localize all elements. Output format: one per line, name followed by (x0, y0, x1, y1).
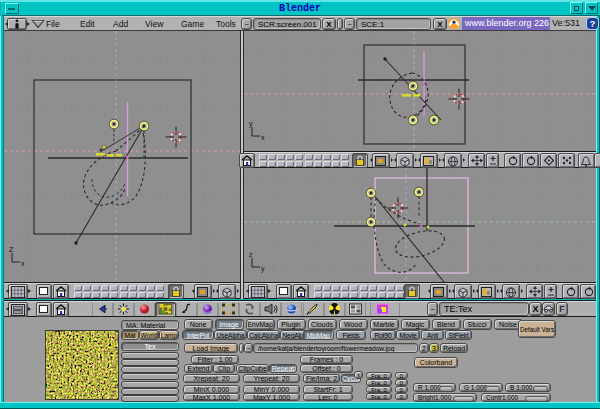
svg-text:x: x (261, 134, 265, 141)
svg-text:x: x (21, 260, 25, 267)
svg-text:y: y (261, 265, 265, 273)
svg-text:y: y (249, 120, 253, 128)
svg-text:z: z (249, 251, 253, 258)
svg-text:Z: Z (9, 246, 14, 253)
